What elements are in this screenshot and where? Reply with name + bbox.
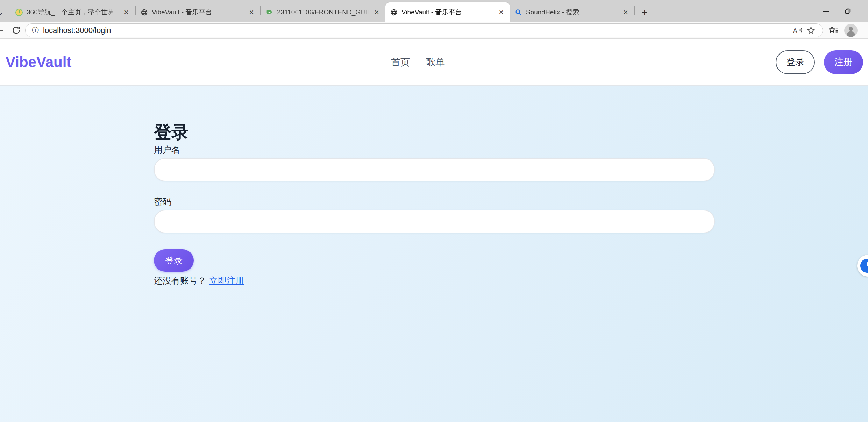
nav-home-link[interactable]: 首页 (391, 56, 410, 69)
gitee-icon (266, 9, 273, 16)
tab-title: 2311061106/FRONTEND_GUIDE.m (277, 8, 370, 16)
titlebar-drag-area (650, 0, 815, 22)
password-input[interactable] (154, 210, 715, 233)
no-account-text: 还没有账号？ (154, 276, 206, 285)
star-list-icon (828, 26, 839, 35)
favorite-star-button[interactable] (804, 24, 818, 36)
avatar-icon (844, 24, 858, 37)
tab-close-icon[interactable]: ✕ (497, 8, 506, 17)
minimize-icon (823, 11, 829, 12)
tab-vibevault-active[interactable]: VibeVault - 音乐平台 ✕ (385, 2, 510, 22)
tab-frontend-guide[interactable]: 2311061106/FRONTEND_GUIDE.m ✕ (261, 2, 385, 22)
read-aloud-button[interactable]: A (791, 24, 804, 36)
header-register-button[interactable]: 注册 (824, 50, 863, 74)
forward-arrow-partial-icon (0, 30, 3, 31)
site-info-icon[interactable]: ⓘ (32, 26, 39, 35)
username-input[interactable] (154, 158, 715, 181)
site-header: VibeVault 首页 歌单 登录 注册 (0, 39, 868, 86)
svg-text:A: A (793, 27, 797, 34)
globe-icon (141, 9, 148, 16)
restore-icon (845, 8, 851, 14)
profile-avatar[interactable] (844, 23, 858, 37)
tab-vibevault-1[interactable]: VibeVault - 音乐平台 ✕ (136, 2, 260, 22)
page-title: 登录 (154, 122, 868, 142)
site-logo[interactable]: VibeVault (6, 54, 71, 71)
form-footer: 还没有账号？立即注册 (154, 275, 868, 286)
login-page: 登录 用户名 密码 登录 还没有账号？立即注册 (0, 86, 868, 422)
read-aloud-icon: A (792, 26, 803, 35)
site-nav: 首页 歌单 (391, 56, 445, 69)
nav-playlists-link[interactable]: 歌单 (426, 56, 445, 69)
tab-close-icon[interactable]: ✕ (372, 8, 381, 17)
tab-title: VibeVault - 音乐平台 (401, 8, 495, 17)
restore-button[interactable] (837, 1, 859, 21)
address-bar[interactable]: ⓘ localhost:3000/login A (25, 23, 823, 37)
register-now-link[interactable]: 立即注册 (209, 276, 244, 285)
tab-soundhelix-search[interactable]: SoundHelix - 搜索 ✕ (510, 2, 634, 22)
header-actions: 登录 注册 (776, 50, 863, 74)
url-text: localhost:3000/login (43, 26, 111, 35)
refresh-icon (12, 26, 21, 35)
tab-separator (634, 6, 635, 15)
header-login-button[interactable]: 登录 (776, 50, 815, 74)
star-icon (806, 26, 816, 35)
new-tab-button[interactable]: + (639, 7, 650, 19)
tab-close-icon[interactable]: ✕ (247, 8, 256, 17)
tab-title: 360导航_一个主页，整个世界 (27, 8, 120, 17)
globe-icon (390, 9, 398, 16)
tab-title: SoundHelix - 搜索 (526, 8, 619, 17)
password-label: 密码 (154, 196, 868, 207)
browser-toolbar: ⓘ localhost:3000/login A (0, 22, 868, 39)
favorites-collections-button[interactable] (826, 23, 841, 37)
tab-search-chevron-icon[interactable]: ⌄ (0, 2, 8, 22)
window-controls (815, 0, 868, 22)
tab-strip: ⌄ 360导航_一个主页，整个世界 ✕ VibeVault - 音乐平台 ✕ 2… (0, 0, 868, 22)
assistant-ring-icon (860, 259, 868, 273)
tab-close-icon[interactable]: ✕ (621, 8, 630, 17)
tab-title: VibeVault - 音乐平台 (152, 8, 245, 17)
username-label: 用户名 (154, 144, 868, 155)
login-submit-button[interactable]: 登录 (154, 249, 194, 272)
minimize-button[interactable] (815, 1, 837, 21)
360-nav-icon (15, 9, 23, 16)
tab-360-nav[interactable]: 360导航_一个主页，整个世界 ✕ (10, 2, 135, 22)
tab-close-icon[interactable]: ✕ (122, 8, 131, 17)
refresh-button[interactable] (9, 23, 23, 37)
search-icon (515, 9, 522, 16)
